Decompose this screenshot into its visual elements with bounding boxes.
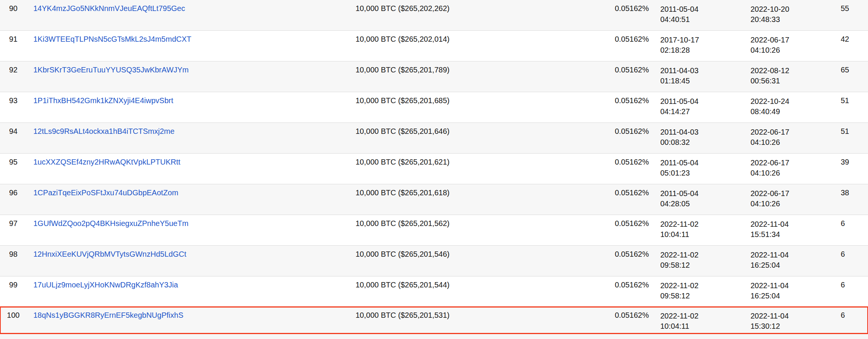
last-activity-cell: 2022-08-1200:56:31 xyxy=(739,61,829,92)
tx-count-cell: 6 xyxy=(829,307,868,334)
address-cell: 18qNs1yBGGKR8RyErnEF5kegbNUgPfixhS xyxy=(27,307,356,334)
address-link[interactable]: 12HnxiXEeKUVjQRbMVTytsGWnzHd5LdGCt xyxy=(33,250,186,258)
percent-of-coins-cell: 0.05162% xyxy=(595,184,649,215)
last-activity-time: 16:25:04 xyxy=(750,291,829,301)
balance-cell: 10,000 BTC ($265,201,685) xyxy=(356,92,595,122)
last-activity-time: 15:51:34 xyxy=(750,229,829,240)
first-in-date: 2022-11-02 xyxy=(660,219,739,229)
tx-count-cell: 38 xyxy=(829,184,868,215)
first-in-date: 2011-05-04 xyxy=(660,188,739,199)
percent-of-coins-cell: 0.05162% xyxy=(595,31,649,61)
first-in-cell: 2011-05-0404:14:27 xyxy=(649,92,739,122)
balance-cell: 10,000 BTC ($265,201,646) xyxy=(356,123,595,153)
address-cell: 1KbrSKrT3GeEruTuuYYUSQ35JwKbrAWJYm xyxy=(27,61,356,92)
balance-cell: 10,000 BTC ($265,201,544) xyxy=(356,276,595,307)
address-cell: 12HnxiXEeKUVjQRbMVTytsGWnzHd5LdGCt xyxy=(27,246,356,276)
address-link[interactable]: 1P1iThxBH542Gmk1kZNXyji4E4iwpvSbrt xyxy=(33,96,173,105)
first-in-cell: 2022-11-0209:58:12 xyxy=(649,246,739,276)
table-row: 911Ki3WTEEqTLPNsN5cGTsMkL2sJ4m5mdCXT10,0… xyxy=(0,30,868,61)
last-activity-time: 00:56:31 xyxy=(750,76,829,86)
first-in-time: 04:14:27 xyxy=(660,107,739,117)
first-in-cell: 2011-04-0301:18:45 xyxy=(649,61,739,92)
first-in-cell: 2022-11-0210:04:11 xyxy=(649,215,739,245)
rank-cell: 96 xyxy=(0,184,27,215)
table-row: 9812HnxiXEeKUVjQRbMVTytsGWnzHd5LdGCt10,0… xyxy=(0,245,868,276)
first-in-date: 2011-04-03 xyxy=(660,127,739,137)
balance-cell: 10,000 BTC ($265,201,546) xyxy=(356,246,595,276)
address-link[interactable]: 1CPaziTqeEixPoSFtJxu74uDGbpEAotZom xyxy=(33,188,178,197)
rank-cell: 95 xyxy=(0,154,27,184)
last-activity-date: 2022-08-12 xyxy=(750,66,829,76)
last-activity-date: 2022-11-04 xyxy=(750,311,829,321)
last-activity-time: 20:48:33 xyxy=(750,14,829,25)
last-activity-time: 15:30:12 xyxy=(750,321,829,331)
last-activity-date: 2022-11-04 xyxy=(750,219,829,229)
last-activity-date: 2022-06-17 xyxy=(750,35,829,45)
first-in-cell: 2017-10-1702:18:28 xyxy=(649,31,739,61)
rank-cell: 93 xyxy=(0,92,27,122)
tx-count-cell: 51 xyxy=(829,92,868,122)
rich-list-table: 9014YK4mzJGo5NKkNnmVJeuEAQftLt795Gec10,0… xyxy=(0,0,868,334)
first-in-time: 02:18:28 xyxy=(660,45,739,55)
first-in-cell: 2022-11-0209:58:12 xyxy=(649,276,739,307)
address-cell: 1CPaziTqeEixPoSFtJxu74uDGbpEAotZom xyxy=(27,184,356,215)
last-activity-cell: 2022-06-1704:10:26 xyxy=(739,154,829,184)
first-in-date: 2022-11-02 xyxy=(660,311,739,321)
table-row: 9014YK4mzJGo5NKkNnmVJeuEAQftLt795Gec10,0… xyxy=(0,0,868,30)
rank-cell: 100 xyxy=(0,307,27,334)
balance-cell: 10,000 BTC ($265,201,531) xyxy=(356,307,595,334)
last-activity-date: 2022-10-20 xyxy=(750,4,829,14)
balance-cell: 10,000 BTC ($265,202,014) xyxy=(356,31,595,61)
address-cell: 1GUfWdZQoo2pQ4BKHsiegxuZPnheY5ueTm xyxy=(27,215,356,245)
tx-count-cell: 42 xyxy=(829,31,868,61)
tx-count-cell: 6 xyxy=(829,215,868,245)
rank-cell: 91 xyxy=(0,31,27,61)
balance-cell: 10,000 BTC ($265,202,262) xyxy=(356,0,595,30)
address-link[interactable]: 1GUfWdZQoo2pQ4BKHsiegxuZPnheY5ueTm xyxy=(33,219,188,228)
tx-count-cell: 6 xyxy=(829,246,868,276)
first-in-time: 01:18:45 xyxy=(660,76,739,86)
percent-of-coins-cell: 0.05162% xyxy=(595,215,649,245)
percent-of-coins-cell: 0.05162% xyxy=(595,61,649,92)
percent-of-coins-cell: 0.05162% xyxy=(595,123,649,153)
first-in-date: 2011-05-04 xyxy=(660,4,739,14)
first-in-cell: 2011-05-0405:01:23 xyxy=(649,154,739,184)
percent-of-coins-cell: 0.05162% xyxy=(595,92,649,122)
percent-of-coins-cell: 0.05162% xyxy=(595,276,649,307)
last-activity-cell: 2022-10-2408:40:49 xyxy=(739,92,829,122)
first-in-cell: 2011-04-0300:08:32 xyxy=(649,123,739,153)
address-link[interactable]: 1KbrSKrT3GeEruTuuYYUSQ35JwKbrAWJYm xyxy=(33,66,189,74)
address-link[interactable]: 12tLs9c9RsALt4ockxa1hB4iTCTSmxj2me xyxy=(33,127,174,135)
last-activity-cell: 2022-10-2020:48:33 xyxy=(739,0,829,30)
first-in-time: 04:28:05 xyxy=(660,199,739,209)
tx-count-cell: 51 xyxy=(829,123,868,153)
table-row: 961CPaziTqeEixPoSFtJxu74uDGbpEAotZom10,0… xyxy=(0,184,868,215)
last-activity-time: 08:40:49 xyxy=(750,107,829,117)
balance-cell: 10,000 BTC ($265,201,789) xyxy=(356,61,595,92)
percent-of-coins-cell: 0.05162% xyxy=(595,246,649,276)
last-activity-time: 16:25:04 xyxy=(750,260,829,270)
last-activity-time: 04:10:26 xyxy=(750,168,829,178)
rank-cell: 94 xyxy=(0,123,27,153)
rank-cell: 90 xyxy=(0,0,27,30)
address-link[interactable]: 1ucXXZQSEf4zny2HRwAQKtVpkLPTUKRtt xyxy=(33,158,180,166)
percent-of-coins-cell: 0.05162% xyxy=(595,154,649,184)
last-activity-cell: 2022-06-1704:10:26 xyxy=(739,31,829,61)
last-activity-cell: 2022-11-0415:30:12 xyxy=(739,307,829,334)
address-link[interactable]: 18qNs1yBGGKR8RyErnEF5kegbNUgPfixhS xyxy=(33,311,183,319)
address-link[interactable]: 1Ki3WTEEqTLPNsN5cGTsMkL2sJ4m5mdCXT xyxy=(33,35,191,43)
first-in-cell: 2011-05-0404:28:05 xyxy=(649,184,739,215)
first-in-time: 00:08:32 xyxy=(660,137,739,148)
first-in-time: 04:40:51 xyxy=(660,14,739,25)
balance-cell: 10,000 BTC ($265,201,618) xyxy=(356,184,595,215)
last-activity-date: 2022-11-04 xyxy=(750,281,829,291)
first-in-date: 2011-05-04 xyxy=(660,158,739,168)
first-in-date: 2017-10-17 xyxy=(660,35,739,45)
tx-count-cell: 6 xyxy=(829,276,868,307)
first-in-time: 09:58:12 xyxy=(660,291,739,301)
first-in-cell: 2022-11-0210:04:11 xyxy=(649,307,739,334)
address-link[interactable]: 17uULjz9moeLyjXHoKNwDRgKzf8ahY3Jia xyxy=(33,281,178,289)
rank-cell: 92 xyxy=(0,61,27,92)
percent-of-coins-cell: 0.05162% xyxy=(595,307,649,334)
address-link[interactable]: 14YK4mzJGo5NKkNnmVJeuEAQftLt795Gec xyxy=(33,4,185,13)
